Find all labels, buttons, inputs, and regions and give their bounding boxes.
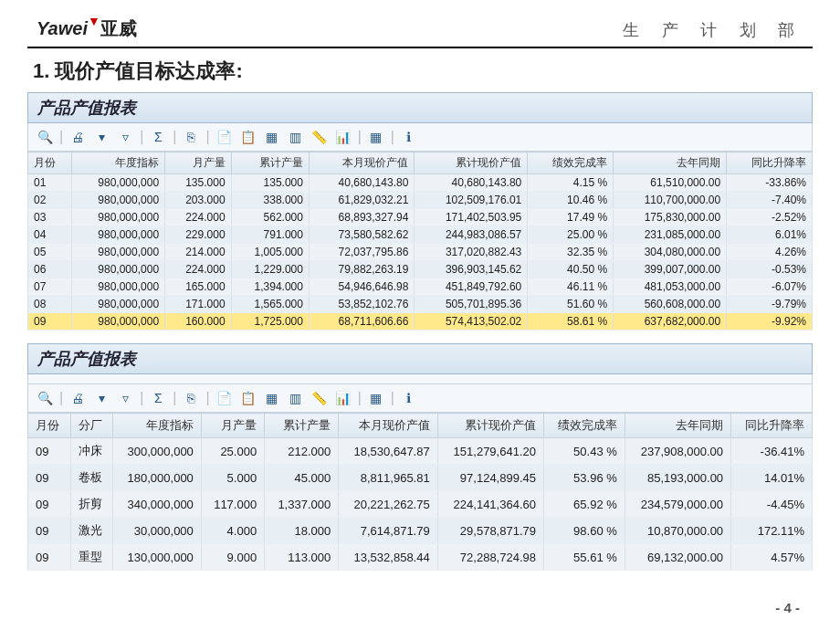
page-number: - 4 - [775, 600, 800, 615]
toolbar-1: 🔍|🖨▾▿|Σ|⎘|📄📋▦▥📏📊|▦|ℹ [27, 123, 813, 152]
filter-asc-icon[interactable]: ▾ [92, 129, 110, 145]
col-header: 分厂 [70, 414, 113, 438]
col-header: 月产量 [165, 152, 232, 174]
section-title: 1. 现价产值目标达成率: [33, 58, 813, 85]
col-header: 去年同期 [614, 152, 727, 174]
table-by-plant: 月份分厂年度指标月产量累计产量本月现价产值累计现价产值绩效完成率去年同期同比升降… [27, 413, 813, 571]
cols-icon[interactable]: ▥ [287, 129, 305, 145]
table-row[interactable]: 07980,000,000165.0001,394.00054,946,646.… [28, 278, 813, 296]
col-header: 绩效完成率 [528, 152, 614, 174]
filter-icon[interactable]: ▿ [116, 129, 134, 145]
brand-logo: Yawei▼亚威 [37, 16, 137, 41]
doc-icon[interactable]: 📄 [215, 390, 234, 406]
department-label: 生 产 计 划 部 [623, 19, 803, 41]
col-header: 月份 [28, 152, 72, 174]
layout-icon[interactable]: ▦ [263, 129, 281, 145]
copy-icon[interactable]: ⎘ [182, 129, 200, 145]
paste-icon[interactable]: 📋 [239, 129, 257, 145]
col-header: 累计现价产值 [437, 414, 543, 438]
col-header: 月产量 [201, 414, 264, 438]
info-icon[interactable]: ℹ [400, 129, 418, 145]
table-monthly: 月份年度指标月产量累计产量本月现价产值累计现价产值绩效完成率去年同期同比升降率 … [27, 152, 813, 331]
col-header: 同比升降率 [727, 152, 813, 174]
table-row[interactable]: 04980,000,000229.000791.00073,580,582.62… [28, 226, 813, 244]
col-header: 本月现价产值 [309, 152, 414, 174]
table-row[interactable]: 01980,000,000135.000135.00040,680,143.80… [28, 174, 813, 192]
toolbar-2: 🔍|🖨▾▿|Σ|⎘|📄📋▦▥📏📊|▦|ℹ [27, 384, 813, 413]
table-row[interactable]: 03980,000,000224.000562.00068,893,327.94… [28, 209, 813, 226]
table-row[interactable]: 02980,000,000203.000338.00061,829,032.21… [28, 192, 813, 209]
col-header: 绩效完成率 [543, 414, 625, 438]
copy-icon[interactable]: ⎘ [182, 390, 200, 406]
info-icon[interactable]: ℹ [400, 390, 418, 406]
col-header: 累计现价产值 [415, 152, 528, 174]
col-header: 月份 [28, 414, 71, 438]
print-icon[interactable]: 🖨 [68, 129, 87, 145]
table-row[interactable]: 09冲床300,000,00025.000212.00018,530,647.8… [28, 438, 813, 465]
col-header: 去年同期 [625, 414, 730, 438]
ruler-icon[interactable]: 📏 [310, 129, 329, 145]
col-header: 同比升降率 [731, 414, 813, 438]
col-header: 本月现价产值 [339, 414, 437, 438]
search-icon[interactable]: 🔍 [36, 390, 54, 406]
filter-asc-icon[interactable]: ▾ [92, 390, 110, 406]
doc-icon[interactable]: 📄 [215, 129, 234, 145]
table-row[interactable]: 09重型130,000,0009.000113.00013,532,858.44… [28, 544, 813, 571]
table-row[interactable]: 09980,000,000160.0001,725.00068,711,606.… [28, 313, 813, 331]
sum-icon[interactable]: Σ [149, 390, 167, 406]
table-row[interactable]: 09折剪340,000,000117.0001,337.00020,221,26… [28, 491, 813, 518]
table-row[interactable]: 06980,000,000224.0001,229.00079,882,263.… [28, 261, 813, 278]
table-row[interactable]: 08980,000,000171.0001,565.00053,852,102.… [28, 296, 813, 313]
print-icon[interactable]: 🖨 [68, 390, 87, 406]
table-row[interactable]: 05980,000,000214.0001,005.00072,037,795.… [28, 244, 813, 261]
sum-icon[interactable]: Σ [149, 129, 167, 145]
table-icon[interactable]: ▦ [367, 390, 385, 406]
col-header: 累计产量 [231, 152, 309, 174]
ruler-icon[interactable]: 📏 [310, 390, 329, 406]
chart-icon[interactable]: 📊 [334, 129, 352, 145]
col-header: 年度指标 [113, 414, 202, 438]
col-header: 年度指标 [71, 152, 165, 174]
table-row[interactable]: 09激光30,000,0004.00018.0007,614,871.7929,… [28, 518, 813, 544]
paste-icon[interactable]: 📋 [239, 390, 257, 406]
panel-title-2: 产品产值报表 [27, 343, 813, 374]
search-icon[interactable]: 🔍 [36, 129, 54, 145]
col-header: 累计产量 [265, 414, 339, 438]
layout-icon[interactable]: ▦ [263, 390, 281, 406]
panel-title-1: 产品产值报表 [27, 92, 813, 123]
divider [27, 47, 813, 48]
cols-icon[interactable]: ▥ [287, 390, 305, 406]
filter-icon[interactable]: ▿ [116, 390, 134, 406]
chart-icon[interactable]: 📊 [334, 390, 352, 406]
table-row[interactable]: 09卷板180,000,0005.00045.0008,811,965.8197… [28, 465, 813, 491]
header: Yawei▼亚威 生 产 计 划 部 [27, 16, 813, 47]
table-icon[interactable]: ▦ [367, 129, 385, 145]
